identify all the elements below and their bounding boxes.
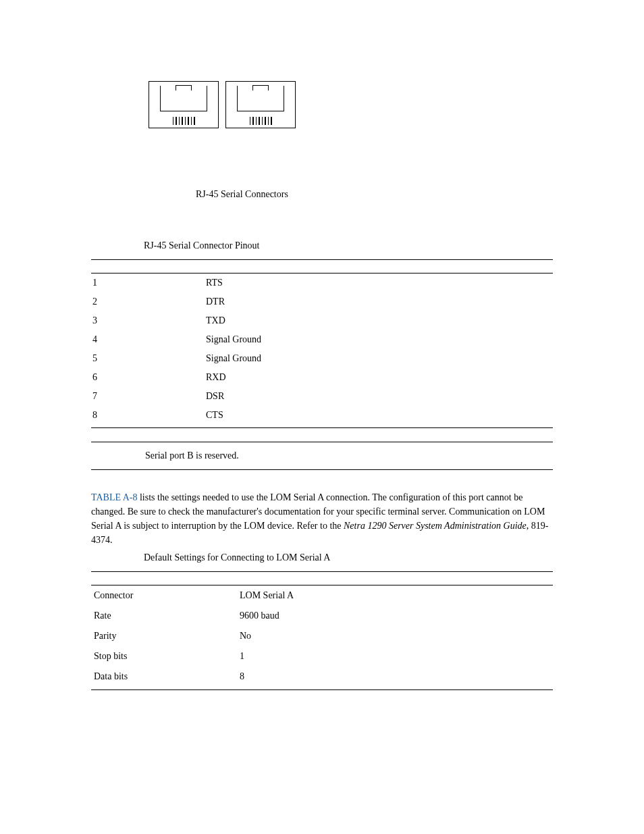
rj45-connectors-svg: [149, 81, 553, 128]
cell-param: Data bits: [91, 671, 240, 682]
note-text: Serial port B is reserved.: [145, 450, 553, 461]
table-row: Parity No: [91, 626, 553, 646]
table-row: 3 TXD: [91, 311, 553, 330]
table-row: 1 RTS: [91, 273, 553, 292]
cell-signal: Signal Ground: [206, 334, 553, 345]
cell-value: 9600 baud: [240, 610, 553, 621]
rj45-connector-left: [149, 81, 219, 128]
cell-pin: 1: [91, 278, 206, 288]
cell-value: LOM Serial A: [240, 590, 553, 601]
cell-signal: RTS: [206, 278, 553, 288]
table-row: Connector LOM Serial A: [91, 585, 553, 606]
cell-signal: DTR: [206, 296, 553, 307]
table-row: 5 Signal Ground: [91, 349, 553, 368]
cell-param: Parity: [91, 631, 240, 642]
table-link[interactable]: TABLE A-8: [91, 492, 137, 502]
table-row: 4 Signal Ground: [91, 330, 553, 349]
cell-pin: 8: [91, 410, 206, 421]
table-row: 8 CTS: [91, 406, 553, 425]
cell-pin: 7: [91, 391, 206, 402]
cell-param: Rate: [91, 610, 240, 621]
cell-param: Stop bits: [91, 651, 240, 662]
table-row: Data bits 8: [91, 667, 553, 687]
figure-caption-text: RJ-45 Serial Connectors: [196, 189, 288, 199]
table1: 1 RTS 2 DTR 3 TXD 4 Signal Ground 5 Sign…: [91, 259, 553, 428]
table-row: 7 DSR: [91, 387, 553, 406]
cell-value: No: [240, 631, 553, 642]
table-row: 6 RXD: [91, 368, 553, 387]
table1-caption: RJ-45 Serial Connector Pinout: [144, 240, 553, 251]
cell-signal: CTS: [206, 410, 553, 421]
cell-pin: 5: [91, 353, 206, 364]
cell-param: Connector: [91, 590, 240, 601]
table2-caption: Default Settings for Connecting to LOM S…: [144, 552, 553, 563]
cell-value: 1: [240, 651, 553, 662]
cell-pin: 4: [91, 334, 206, 345]
paragraph: TABLE A-8 lists the settings needed to u…: [91, 490, 553, 547]
cell-pin: 6: [91, 372, 206, 383]
cell-signal: DSR: [206, 391, 553, 402]
table-row: Stop bits 1: [91, 646, 553, 667]
cell-signal: TXD: [206, 315, 553, 326]
table2-caption-text: Default Settings for Connecting to LOM S…: [144, 552, 330, 563]
cell-value: 8: [240, 671, 553, 682]
cell-pin: 3: [91, 315, 206, 326]
table-row: 2 DTR: [91, 292, 553, 311]
table1-caption-text: RJ-45 Serial Connector Pinout: [144, 240, 260, 251]
cell-signal: Signal Ground: [206, 353, 553, 364]
figure-caption: RJ-45 Serial Connectors: [196, 189, 553, 200]
figure-diagram: RJ-45 Serial Connectors: [149, 81, 553, 200]
rj45-connector-right: [225, 81, 296, 128]
note-box: Serial port B is reserved.: [91, 442, 553, 470]
table-row: Rate 9600 baud: [91, 606, 553, 626]
cell-signal: RXD: [206, 372, 553, 383]
table2: Connector LOM Serial A Rate 9600 baud Pa…: [91, 571, 553, 690]
paragraph-italic: Netra 1290 Server System Administration …: [344, 521, 527, 531]
cell-pin: 2: [91, 296, 206, 307]
